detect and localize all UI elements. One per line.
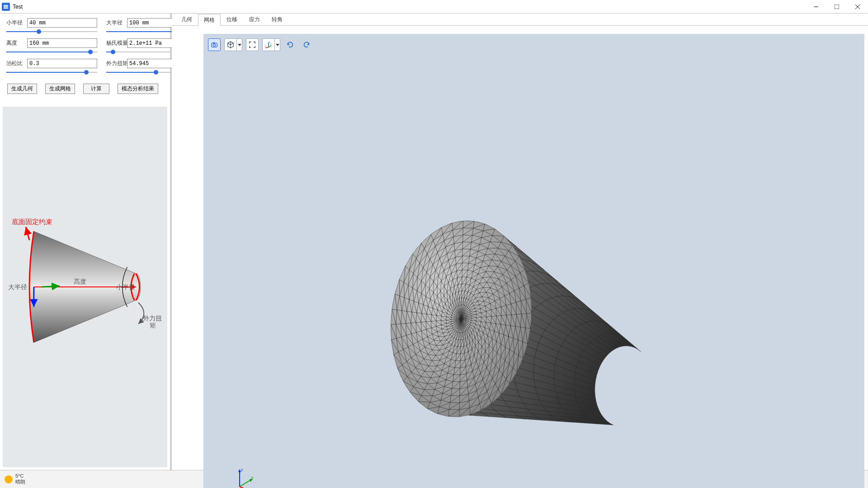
diagram-small-radius-label: 小半径	[116, 284, 135, 291]
svg-rect-0	[4, 5, 8, 6]
camera-icon[interactable]	[208, 38, 221, 51]
window-title: Test	[13, 4, 23, 10]
svg-text:z: z	[241, 468, 243, 472]
generate-geometry-button[interactable]: 生成几何	[7, 84, 37, 94]
svg-rect-2	[4, 8, 8, 9]
small-radius-slider[interactable]	[6, 28, 97, 35]
svg-line-9	[26, 227, 29, 240]
youngs-label: 杨氏模量	[106, 39, 125, 47]
diagram-height-label: 高度	[74, 278, 86, 285]
poisson-input[interactable]	[27, 59, 97, 68]
fit-view-icon[interactable]	[246, 38, 259, 51]
svg-text:z: z	[269, 41, 270, 43]
generate-mesh-button[interactable]: 生成网格	[45, 84, 75, 94]
svg-rect-1	[4, 6, 8, 7]
weather-desc: 晴朗	[15, 479, 25, 485]
modal-results-button[interactable]: 模态分析结果	[118, 84, 158, 94]
diagram-fixed-label: 底面固定约束	[12, 218, 52, 225]
axes-toggle-dropdown[interactable]	[275, 38, 280, 51]
diagram-torque-label-2: 矩	[150, 322, 156, 329]
height-input[interactable]	[27, 38, 97, 48]
sun-icon	[5, 475, 13, 483]
maximize-button[interactable]	[826, 0, 847, 14]
minimize-button[interactable]	[806, 0, 826, 14]
diagram-large-radius-label: 大半径	[8, 284, 27, 291]
poisson-slider[interactable]	[6, 69, 97, 75]
svg-line-26	[240, 487, 251, 488]
small-radius-label: 小半径	[6, 19, 25, 27]
weather-widget[interactable]: 5°C 晴朗	[5, 473, 25, 485]
svg-text:y: y	[251, 475, 254, 480]
height-label: 高度	[6, 39, 25, 47]
titlebar: Test	[0, 0, 868, 14]
axis-gizmo: z y x	[231, 466, 258, 488]
compute-button[interactable]: 计算	[83, 84, 109, 94]
view-cube-dropdown[interactable]	[237, 38, 242, 51]
poisson-label: 泊松比	[6, 60, 25, 67]
svg-rect-4	[835, 5, 839, 9]
svg-rect-14	[213, 42, 215, 44]
svg-line-10	[42, 286, 60, 287]
svg-point-13	[213, 44, 215, 46]
app-icon	[2, 3, 10, 11]
rotate-cw-icon[interactable]	[300, 38, 313, 51]
torque-label: 外力扭矩	[106, 60, 125, 67]
svg-line-16	[269, 46, 271, 47]
result-tabbar: 几何 网格 位移 应力 转角	[172, 14, 868, 26]
svg-line-24	[240, 480, 251, 487]
large-radius-label: 大半径	[106, 19, 125, 27]
schematic-diagram: 底面固定约束 大半径 高度 小半径 外力扭 矩	[3, 107, 167, 467]
parameter-panel: 小半径 大半径 高度	[0, 14, 172, 470]
tab-geometry[interactable]: 几何	[175, 14, 198, 25]
viewport-toolbar: zyx	[208, 38, 313, 51]
svg-text:y: y	[271, 43, 272, 45]
axes-toggle-icon[interactable]: zyx	[262, 38, 275, 51]
tab-mesh[interactable]: 网格	[198, 14, 221, 26]
view-cube-icon[interactable]	[224, 38, 237, 51]
rotate-ccw-icon[interactable]	[284, 38, 297, 51]
3d-viewport[interactable]: zyx	[203, 34, 864, 488]
small-radius-input[interactable]	[27, 18, 97, 28]
tab-stress[interactable]: 应力	[243, 14, 266, 25]
height-slider[interactable]	[6, 49, 97, 55]
diagram-torque-label-1: 外力扭	[143, 315, 162, 322]
tab-angle[interactable]: 转角	[266, 14, 288, 25]
mesh-rendering	[203, 34, 864, 488]
temperature: 5°C	[15, 473, 25, 479]
close-button[interactable]	[847, 0, 868, 14]
tab-displacement[interactable]: 位移	[221, 14, 243, 25]
